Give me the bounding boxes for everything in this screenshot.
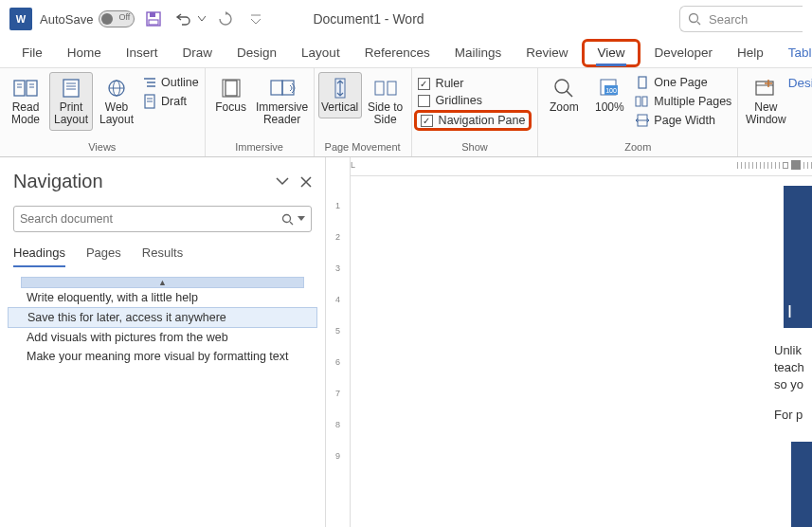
page-movement-group-label: Page Movement [318, 139, 407, 154]
nav-tabs: Headings Pages Results [13, 245, 312, 267]
chevron-down-icon[interactable] [276, 176, 289, 188]
toggle-knob [101, 13, 113, 25]
tab-table-design[interactable]: Table Design [776, 38, 812, 68]
toggle-switch[interactable]: Off [99, 10, 135, 27]
zoom-100-button[interactable]: 100 100% [587, 72, 631, 118]
vertical-ruler[interactable]: 1 2 3 4 5 6 7 8 9 [326, 157, 351, 527]
nav-jump-top[interactable]: ▲ [21, 277, 304, 288]
tab-stop-indicator[interactable]: L [351, 160, 355, 170]
page-width-button[interactable]: Page Width [635, 112, 731, 129]
page-graphic-2 [791, 442, 812, 527]
page-width-icon [635, 113, 650, 128]
one-page-button[interactable]: One Page [635, 74, 731, 91]
margin-slider-icon[interactable] [791, 160, 801, 170]
document-title: Document1 - Word [313, 11, 424, 27]
svg-rect-31 [388, 82, 396, 95]
draft-button[interactable]: Draft [142, 93, 199, 110]
nav-headings-list: ▲ Write eloquently, with a little help S… [8, 277, 317, 366]
focus-button[interactable]: Focus [209, 72, 253, 118]
print-layout-button[interactable]: Print Layout [49, 72, 93, 131]
checkbox-icon [418, 95, 430, 107]
title-bar: W AutoSave Off Document1 - Word Search [0, 0, 812, 38]
svg-rect-2 [149, 20, 158, 25]
immersive-reader-button[interactable]: Immersive Reader [255, 72, 310, 131]
tab-references[interactable]: References [352, 38, 442, 68]
tab-design[interactable]: Design [225, 38, 289, 68]
gridlines-checkbox[interactable]: Gridlines [418, 93, 532, 108]
svg-rect-1 [150, 12, 155, 17]
ribbon: Read Mode Print Layout Web Layout Outlin… [0, 68, 812, 157]
read-mode-button[interactable]: Read Mode [4, 72, 47, 131]
page-body-text: Unlik teach so yo For p [774, 342, 812, 424]
svg-rect-6 [14, 81, 25, 96]
ruler-checkbox[interactable]: ✓ Ruler [418, 76, 532, 91]
vertical-button[interactable]: Vertical [318, 72, 362, 118]
nav-search-input[interactable] [20, 212, 278, 226]
tab-developer[interactable]: Developer [642, 38, 726, 68]
autosave-toggle[interactable]: AutoSave Off [40, 10, 135, 27]
undo-icon[interactable] [172, 8, 195, 30]
toggle-off-label: Off [119, 12, 131, 22]
main-area: Navigation Headings Pages Results ▲ Writ… [0, 157, 812, 527]
multiple-pages-button[interactable]: Multiple Pages [635, 93, 731, 110]
svg-rect-38 [636, 97, 641, 106]
tab-mailings[interactable]: Mailings [442, 38, 514, 68]
nav-heading-item[interactable]: Make your meaning more visual by formatt… [8, 347, 317, 366]
group-views: Read Mode Print Layout Web Layout Outlin… [0, 68, 206, 156]
search-dropdown-icon[interactable] [298, 216, 305, 222]
tab-draw[interactable]: Draw [171, 38, 226, 68]
nav-heading-item[interactable]: Save this for later, access it anywhere [8, 307, 317, 328]
group-page-movement: Vertical Side to Side Page Movement [315, 68, 412, 156]
nav-heading-item[interactable]: Add visuals with pictures from the web [8, 328, 317, 347]
tab-insert[interactable]: Insert [114, 38, 171, 68]
show-group-label: Show [416, 139, 534, 154]
svg-rect-37 [639, 77, 646, 88]
zoom-button[interactable]: Zoom [542, 72, 586, 118]
immersive-group-label: Immersive [209, 139, 310, 154]
document-page[interactable]: I Unlik teach so yo For p [351, 176, 812, 527]
tab-view[interactable]: View [582, 39, 640, 67]
focus-icon [218, 77, 244, 100]
save-icon[interactable] [142, 8, 165, 30]
new-window-button[interactable]: New Window [742, 72, 789, 131]
nav-heading-item[interactable]: Write eloquently, with a little help [8, 288, 317, 307]
nav-tab-headings[interactable]: Headings [13, 245, 65, 267]
tab-review[interactable]: Review [514, 38, 580, 68]
svg-text:100: 100 [606, 87, 618, 94]
tab-layout[interactable]: Layout [289, 38, 352, 68]
close-icon[interactable] [300, 176, 312, 188]
horizontal-ruler[interactable]: L [351, 157, 812, 176]
tab-help[interactable]: Help [725, 38, 776, 68]
navigation-pane-checkbox[interactable]: ✓ Navigation Pane [414, 110, 532, 131]
page-header-graphic: I [784, 186, 812, 328]
qat-customize-icon[interactable] [244, 8, 267, 30]
nav-tab-pages[interactable]: Pages [86, 245, 121, 267]
undo-dropdown-icon[interactable] [197, 8, 207, 30]
svg-rect-12 [63, 80, 79, 97]
group-show: ✓ Ruler Gridlines ✓ Navigation Pane Show [412, 68, 539, 156]
repeat-icon[interactable] [214, 8, 237, 30]
read-mode-icon [12, 77, 39, 100]
search-box[interactable]: Search [679, 6, 803, 32]
navigation-title: Navigation [13, 171, 103, 192]
multiple-pages-icon [635, 94, 650, 109]
nav-tab-results[interactable]: Results [142, 245, 183, 267]
tab-home[interactable]: Home [55, 38, 114, 68]
navigation-pane: Navigation Headings Pages Results ▲ Writ… [0, 157, 326, 527]
svg-rect-39 [642, 97, 647, 106]
ribbon-tabs: File Home Insert Draw Design Layout Refe… [0, 38, 812, 68]
group-zoom: Zoom 100 100% One Page Multiple Pages Pa… [538, 68, 738, 156]
tab-file[interactable]: File [9, 38, 55, 68]
outline-button[interactable]: Outline [142, 74, 199, 91]
svg-line-5 [697, 22, 700, 25]
checkbox-icon: ✓ [418, 78, 430, 90]
web-layout-button[interactable]: Web Layout [95, 72, 138, 131]
word-app-icon: W [9, 8, 32, 30]
svg-point-4 [690, 14, 698, 23]
zoom-group-label: Zoom [542, 139, 733, 154]
nav-search-box[interactable] [13, 206, 312, 232]
side-to-side-button[interactable]: Side to Side [364, 72, 407, 131]
search-icon[interactable] [281, 213, 294, 226]
document-area: 1 2 3 4 5 6 7 8 9 L I [326, 157, 812, 527]
indent-marker-icon[interactable] [783, 162, 788, 169]
